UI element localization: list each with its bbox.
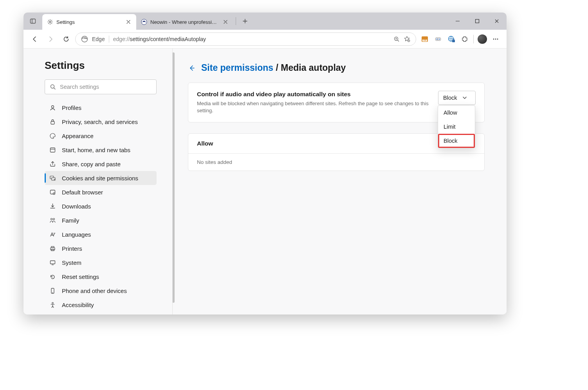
toolbar-actions: Off <box>418 33 502 45</box>
breadcrumb-current: Media autoplay <box>281 63 346 73</box>
back-button[interactable] <box>28 32 41 46</box>
svg-text:Off: Off <box>423 39 426 41</box>
printer-icon <box>49 244 56 252</box>
profile-icon <box>49 104 56 111</box>
address-edge-label: Edge <box>92 36 105 42</box>
sidebar-item-share[interactable]: Share, copy and paste <box>45 157 157 171</box>
tab-separator <box>236 17 236 25</box>
close-window-button[interactable] <box>487 13 507 30</box>
sidebar-item-family[interactable]: Family <box>45 213 157 227</box>
sidebar-item-label: System <box>62 259 81 266</box>
tab-title: Neowin - Where unprofessional <box>150 19 219 25</box>
extension-globe-lock-icon[interactable] <box>445 33 458 45</box>
svg-point-2 <box>49 21 51 23</box>
svg-point-34 <box>53 218 54 220</box>
breadcrumb-title: Site permissions / Media autoplay <box>201 63 346 73</box>
sidebar-item-system[interactable]: System <box>45 255 157 270</box>
sidebar-item-accessibility[interactable]: Accessibility <box>45 298 157 312</box>
new-tab-button[interactable] <box>238 13 252 30</box>
autoplay-select[interactable]: Block Allow Limit Bloc <box>438 91 476 105</box>
sidebar-item-profiles[interactable]: Profiles <box>45 101 157 115</box>
settings-nav-list: Profiles Privacy, search, and services A… <box>45 101 157 312</box>
sidebar-item-default-browser[interactable]: Default browser <box>45 185 157 199</box>
minimize-button[interactable] <box>448 13 467 30</box>
forward-button[interactable] <box>44 32 57 46</box>
autoplay-dropdown: Allow Limit Block <box>438 105 475 148</box>
allow-section-empty: No sites added <box>188 154 484 171</box>
dropdown-option-block[interactable]: Block <box>438 134 475 148</box>
address-url: edge://settings/content/mediaAutoplay <box>113 36 390 42</box>
browser-window: Settings Neowin - Where unprofessional <box>23 13 507 315</box>
avatar <box>478 34 487 44</box>
sidebar-item-label: Privacy, search, and services <box>62 119 138 125</box>
tab-settings[interactable]: Settings <box>42 14 136 30</box>
svg-point-42 <box>52 302 53 304</box>
sidebar-item-label: Phone and other devices <box>62 288 127 294</box>
zoom-icon[interactable] <box>393 36 400 42</box>
svg-rect-0 <box>31 19 36 23</box>
sidebar-item-label: Appearance <box>62 133 94 139</box>
svg-rect-18 <box>452 40 455 42</box>
settings-heading: Settings <box>45 59 157 72</box>
dropdown-option-allow[interactable]: Allow <box>438 106 475 120</box>
favorite-icon[interactable] <box>404 36 410 42</box>
address-bar[interactable]: Edge edge://settings/content/mediaAutopl… <box>75 32 416 46</box>
control-row-title: Control if audio and video play automati… <box>197 91 429 98</box>
window-icon <box>49 146 56 154</box>
refresh-button[interactable] <box>60 32 73 46</box>
sidebar-item-label: Profiles <box>62 104 81 111</box>
sidebar-item-cookies[interactable]: Cookies and site permissions <box>45 171 157 185</box>
browser-toolbar: Edge edge://settings/content/mediaAutopl… <box>23 30 507 49</box>
maximize-button[interactable] <box>467 13 487 30</box>
sidebar-item-start[interactable]: Start, home, and new tabs <box>45 143 157 157</box>
more-menu-button[interactable] <box>489 33 502 45</box>
sidebar-item-appearance[interactable]: Appearance <box>45 129 157 143</box>
settings-search-box[interactable] <box>45 79 157 94</box>
tab-actions-icon[interactable] <box>23 13 42 30</box>
autoplay-control-card: Control if audio and video play automati… <box>188 83 485 122</box>
chevron-down-icon <box>462 95 467 100</box>
breadcrumb-back-button[interactable] <box>188 64 196 72</box>
tab-close-icon[interactable] <box>222 19 229 25</box>
extension-moff-icon[interactable]: Off <box>418 33 431 45</box>
sidebar-item-label: Start, home, and new tabs <box>62 147 130 153</box>
search-icon <box>50 84 56 90</box>
sidebar-item-label: Cookies and site permissions <box>62 175 138 182</box>
svg-point-16 <box>439 38 440 40</box>
profile-button[interactable] <box>476 33 489 45</box>
breadcrumb-link[interactable]: Site permissions <box>201 63 273 73</box>
settings-search-input[interactable] <box>60 84 152 90</box>
sidebar-item-label: Downloads <box>62 203 91 210</box>
control-row-desc: Media will be blocked when navigating be… <box>197 100 429 114</box>
svg-point-20 <box>495 38 496 40</box>
tab-title: Settings <box>56 19 122 25</box>
sidebar-item-phone[interactable]: Phone and other devices <box>45 284 157 298</box>
svg-line-8 <box>398 40 399 41</box>
palette-icon <box>49 132 56 140</box>
content-area: Settings Profiles Privacy, search, and s… <box>23 49 507 315</box>
language-icon <box>49 230 56 238</box>
svg-rect-5 <box>476 20 479 23</box>
dropdown-option-limit[interactable]: Limit <box>438 120 475 134</box>
sidebar-item-printers[interactable]: Printers <box>45 241 157 255</box>
sidebar-item-label: Share, copy and paste <box>62 161 121 167</box>
browser-icon <box>49 188 56 196</box>
sidebar-item-privacy[interactable]: Privacy, search, and services <box>45 115 157 129</box>
extensions-menu-icon[interactable] <box>458 33 471 45</box>
sidebar-item-label: Reset settings <box>62 273 99 280</box>
settings-sidebar: Settings Profiles Privacy, search, and s… <box>23 49 172 315</box>
tab-close-icon[interactable] <box>125 19 132 25</box>
sidebar-item-label: Family <box>62 217 79 224</box>
gear-icon <box>47 19 53 25</box>
share-icon <box>49 160 56 168</box>
tab-neowin[interactable]: Neowin - Where unprofessional <box>136 14 233 30</box>
address-divider <box>109 36 109 43</box>
extension-eyes-icon[interactable] <box>432 33 444 45</box>
sidebar-item-label: Languages <box>62 231 91 238</box>
svg-rect-25 <box>51 121 54 124</box>
sidebar-item-languages[interactable]: Languages <box>45 227 157 241</box>
svg-point-15 <box>436 38 438 40</box>
accessibility-icon <box>49 301 56 309</box>
sidebar-item-downloads[interactable]: Downloads <box>45 199 157 213</box>
sidebar-item-reset[interactable]: Reset settings <box>45 270 157 284</box>
